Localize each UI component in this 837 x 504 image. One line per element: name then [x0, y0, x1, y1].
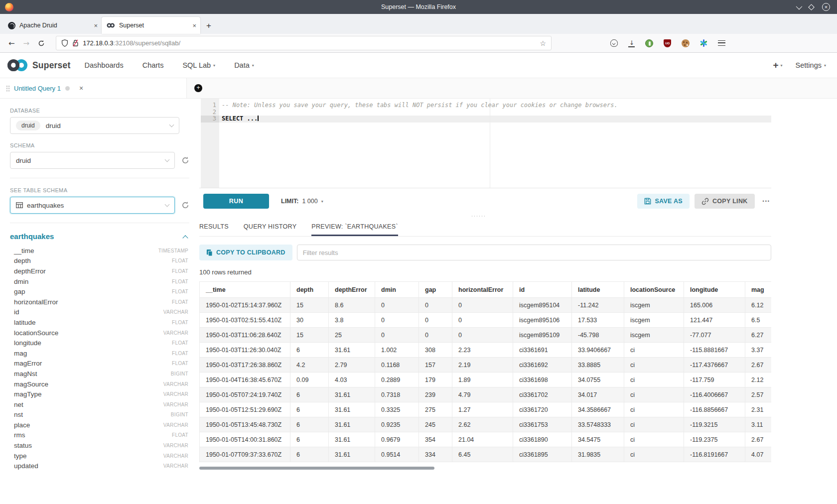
browser-tab-label: Superset [119, 22, 144, 29]
settings-menu[interactable]: Settings▾ [796, 61, 826, 69]
refresh-tables-button[interactable] [181, 201, 189, 209]
column-name: place [14, 421, 30, 429]
refresh-schemas-button[interactable] [181, 156, 189, 164]
chevron-down-icon: ▾ [824, 63, 826, 68]
nav-item-sql-lab[interactable]: SQL Lab▾ [182, 61, 215, 69]
limit-dropdown[interactable]: LIMIT: 1 000 ▾ [281, 198, 323, 205]
editor-code[interactable]: -- Note: Unless you save your query, the… [219, 102, 771, 123]
table-cell: ci3361720 [513, 402, 572, 417]
window-title: Superset — Mozilla Firefox [0, 3, 837, 10]
pocket-icon[interactable] [610, 39, 618, 47]
url-bar[interactable]: 172.18.0.3:32108/superset/sqllab/ ☆ [56, 36, 552, 50]
superset-favicon-icon [107, 22, 115, 28]
tab-close-icon[interactable]: × [192, 22, 196, 29]
more-options-button[interactable]: ••• [763, 199, 770, 204]
new-query-tab-button[interactable]: + [187, 78, 210, 98]
extension-privacy-icon[interactable] [645, 39, 653, 47]
table-cell: 6 [290, 343, 329, 358]
column-header[interactable]: dmin [375, 282, 419, 298]
nav-item-data[interactable]: Data▾ [234, 61, 254, 69]
column-header[interactable]: id [513, 282, 572, 298]
tab-query-history[interactable]: QUERY HISTORY [244, 223, 296, 236]
run-button[interactable]: RUN [203, 194, 269, 209]
browser-tab-superset[interactable]: Superset × [102, 17, 200, 34]
table-cell: 4.03 [329, 373, 375, 387]
column-name: latitude [14, 319, 36, 326]
column-row: dmin FLOAT [10, 276, 189, 287]
tab-preview-earthquakes[interactable]: PREVIEW: `EARTHQUAKES` [311, 223, 398, 236]
column-header[interactable]: locationSource [624, 282, 684, 298]
column-type: FLOAT [172, 279, 189, 284]
query-tab-close-icon[interactable]: × [79, 84, 83, 92]
tab-results[interactable]: RESULTS [199, 223, 229, 236]
window-close-icon[interactable]: × [822, 3, 830, 11]
forward-button[interactable]: → [23, 39, 30, 48]
window-minimize-icon[interactable] [796, 3, 803, 9]
table-cell: 1950-01-05T07:24:19.740Z [200, 387, 290, 402]
table-cell: 354 [419, 432, 452, 447]
bookmark-star-icon[interactable]: ☆ [540, 39, 547, 47]
column-header[interactable]: latitude [572, 282, 624, 298]
schema-select[interactable]: druid [10, 152, 175, 169]
query-status-dot [65, 86, 70, 91]
extension-asterisk-icon[interactable] [700, 39, 707, 47]
sql-editor[interactable]: 1 2 3 -- Note: Unless you save your quer… [199, 99, 771, 188]
table-cell: 2.12 [745, 373, 772, 387]
column-name: nst [14, 411, 23, 418]
back-button[interactable]: ← [8, 39, 15, 48]
column-row: id VARCHAR [10, 307, 189, 318]
database-select[interactable]: druid druid [10, 117, 179, 134]
horizontal-scrollbar[interactable] [199, 467, 434, 470]
column-row: magError FLOAT [10, 359, 189, 369]
table-row: 1950-01-05T07:24:19.740Z631.610.73182394… [200, 387, 772, 402]
column-header[interactable]: longitude [684, 282, 745, 298]
table-cell: 0 [452, 313, 513, 328]
table-cell: 34.5475 [572, 432, 624, 447]
tab-close-icon[interactable]: × [94, 22, 98, 29]
hamburger-menu-icon[interactable] [718, 40, 725, 46]
reload-button[interactable] [38, 40, 45, 47]
table-row: 1950-01-02T15:14:37.960Z158.6000iscgem89… [200, 298, 772, 313]
copy-link-button[interactable]: COPY LINK [695, 194, 755, 209]
table-select[interactable]: earthquakes [10, 197, 175, 214]
column-header[interactable]: __time [200, 282, 290, 298]
chevron-down-icon: ▾ [213, 63, 215, 68]
column-header[interactable]: horizontalError [452, 282, 513, 298]
column-header[interactable]: mag [745, 282, 772, 298]
table-cell: 31.61 [329, 387, 375, 402]
add-new-button[interactable]: +▾ [773, 60, 782, 71]
new-browser-tab-button[interactable]: + [206, 21, 211, 31]
table-row: 1950-01-03T02:51:55.410Z303.8000iscgem89… [200, 313, 772, 328]
browser-tab-apache-druid[interactable]: Apache Druid × [3, 17, 102, 34]
filter-results-input[interactable] [297, 245, 771, 260]
database-label: DATABASE [10, 108, 189, 114]
column-type: FLOAT [172, 351, 189, 356]
nav-item-charts[interactable]: Charts [142, 61, 164, 69]
collapse-chevron-up-icon[interactable] [182, 235, 188, 241]
downloads-icon[interactable]: ↓ [628, 39, 635, 47]
window-maximize-icon[interactable] [808, 4, 815, 10]
cookie-extension-icon[interactable] [682, 39, 690, 47]
save-as-button[interactable]: SAVE AS [637, 194, 690, 209]
copy-to-clipboard-button[interactable]: COPY TO CLIPBOARD [199, 245, 292, 260]
table-cell: 31.61 [329, 343, 375, 358]
query-tab-active[interactable]: Untitled Query 1 × [0, 78, 187, 98]
table-cell: 2.19 [452, 358, 513, 373]
tracking-shield-icon[interactable] [61, 39, 68, 47]
column-header[interactable]: depth [290, 282, 329, 298]
text-cursor [258, 116, 259, 121]
superset-brand[interactable]: Superset [6, 58, 71, 73]
column-header[interactable]: depthError [329, 282, 375, 298]
ublock-origin-icon[interactable]: UO [664, 39, 671, 47]
column-type: VARCHAR [163, 309, 189, 315]
drag-grip-icon[interactable] [6, 85, 9, 92]
column-type: FLOAT [172, 268, 189, 274]
brand-name: Superset [32, 60, 71, 71]
table-cell: 15 [290, 298, 329, 313]
superset-navbar: Superset Dashboards Charts SQL Lab▾ Data… [0, 53, 837, 78]
nav-item-dashboards[interactable]: Dashboards [85, 61, 124, 69]
pane-drag-handle[interactable] [471, 215, 486, 218]
column-header[interactable]: gap [419, 282, 452, 298]
insecure-lock-icon[interactable] [72, 39, 79, 47]
table-cell: 25 [329, 328, 375, 343]
